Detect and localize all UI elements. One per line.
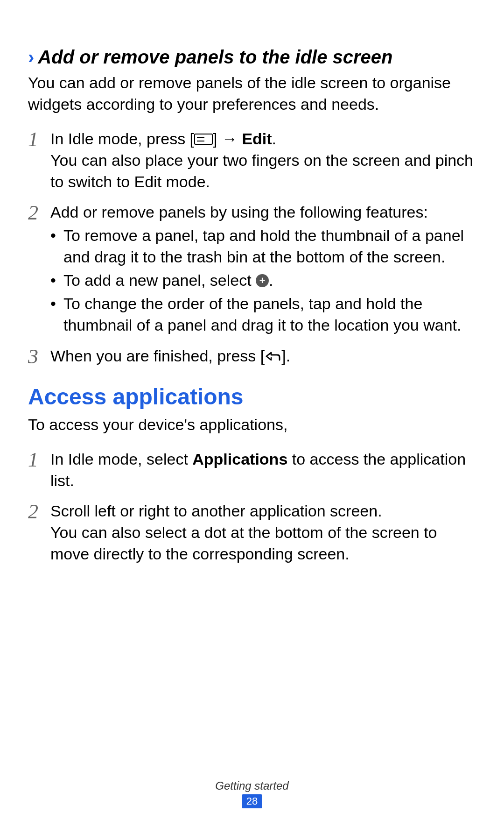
- chevron-icon: ›: [28, 47, 34, 68]
- step-body: In Idle mode, press [] → Edit. You can a…: [50, 128, 476, 193]
- section-description: To access your device's applications,: [28, 414, 476, 436]
- step-line: You can also place your two fingers on t…: [50, 150, 476, 193]
- list-item: To add a new panel, select +.: [63, 270, 476, 291]
- section-heading: Access applications: [28, 384, 476, 410]
- page-footer: Getting started 28: [0, 779, 504, 808]
- text: ].: [281, 347, 290, 365]
- step-body: Add or remove panels by using the follow…: [50, 202, 476, 336]
- step-number: 3: [28, 346, 50, 367]
- text: ] →: [213, 130, 242, 148]
- step-number: 2: [28, 501, 50, 565]
- text: When you are finished, press [: [50, 347, 265, 365]
- subsection-heading: › Add or remove panels to the idle scree…: [28, 47, 476, 68]
- plus-circle-icon: +: [256, 274, 269, 287]
- step-line: You can also select a dot at the bottom …: [50, 522, 476, 565]
- list-item: To change the order of the panels, tap a…: [63, 293, 476, 336]
- text: .: [269, 271, 273, 289]
- text-bold: Edit: [242, 130, 272, 148]
- step-item: 3 When you are finished, press [].: [28, 346, 476, 367]
- step-body: Scroll left or right to another applicat…: [50, 501, 476, 565]
- menu-icon: [194, 134, 213, 145]
- step-number: 2: [28, 202, 50, 336]
- step-item: 2 Scroll left or right to another applic…: [28, 501, 476, 565]
- subsection-heading-text: Add or remove panels to the idle screen: [38, 47, 392, 68]
- text: To add a new panel, select: [63, 271, 256, 289]
- bullet-list: To remove a panel, tap and hold the thum…: [50, 225, 476, 336]
- footer-section-label: Getting started: [0, 779, 504, 792]
- step-item: 1 In Idle mode, press [] → Edit. You can…: [28, 128, 476, 193]
- text: .: [272, 130, 276, 148]
- step-item: 2 Add or remove panels by using the foll…: [28, 202, 476, 336]
- step-body: When you are finished, press [].: [50, 346, 476, 367]
- svg-rect-0: [195, 134, 212, 144]
- step-number: 1: [28, 449, 50, 492]
- step-body: In Idle mode, select Applications to acc…: [50, 449, 476, 492]
- subsection-description: You can add or remove panels of the idle…: [28, 72, 476, 115]
- step-line: Scroll left or right to another applicat…: [50, 501, 476, 522]
- text: In Idle mode, press [: [50, 130, 194, 148]
- step-line: Add or remove panels by using the follow…: [50, 202, 476, 223]
- step-line: In Idle mode, press [] → Edit.: [50, 128, 476, 150]
- step-number: 1: [28, 128, 50, 193]
- back-icon: [265, 351, 281, 362]
- text: In Idle mode, select: [50, 450, 192, 468]
- step-item: 1 In Idle mode, select Applications to a…: [28, 449, 476, 492]
- list-item: To remove a panel, tap and hold the thum…: [63, 225, 476, 268]
- text-bold: Applications: [192, 450, 287, 468]
- page-number: 28: [242, 794, 262, 808]
